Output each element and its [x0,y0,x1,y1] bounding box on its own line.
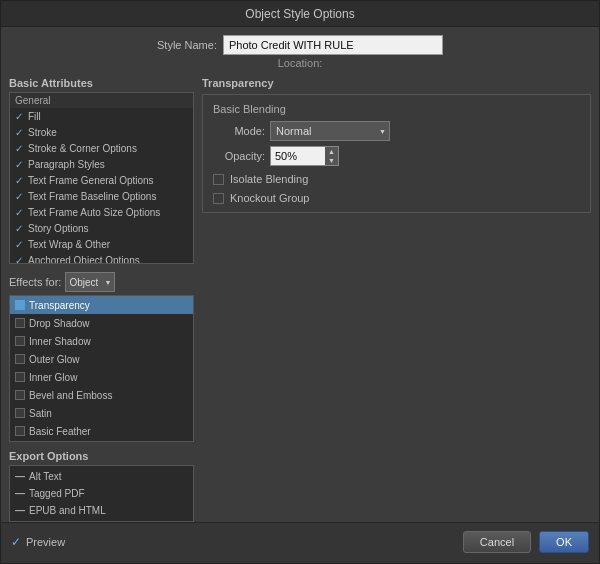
attribute-item[interactable]: ✓Stroke [10,124,193,140]
attr-label: Stroke [28,127,57,138]
attribute-item[interactable]: ✓Stroke & Corner Options [10,140,193,156]
mode-select-wrapper[interactable]: Normal Multiply Screen Overlay [270,121,390,141]
attr-checkmark: ✓ [15,223,25,234]
effects-for-label: Effects for: [9,276,61,288]
effect-checkbox [15,354,25,364]
effect-label: Inner Glow [29,372,77,383]
effect-item[interactable]: Basic Feather [10,422,193,440]
attr-group-label: General [10,93,193,108]
effect-label: Drop Shadow [29,318,90,329]
effects-for-select[interactable]: Object [65,272,115,292]
isolate-blending-row: Isolate Blending [213,173,580,185]
export-dash: — [15,488,25,499]
effect-label: Transparency [29,300,90,311]
effects-for-select-wrapper[interactable]: Object [65,272,115,292]
attribute-item[interactable]: ✓Fill [10,108,193,124]
effect-item[interactable]: Drop Shadow [10,314,193,332]
attr-label: Story Options [28,223,89,234]
opacity-decrement[interactable]: ▼ [325,156,338,165]
effect-item[interactable]: Bevel and Emboss [10,386,193,404]
attribute-item[interactable]: ✓Paragraph Styles [10,156,193,172]
export-dash: — [15,471,25,482]
ok-button[interactable]: OK [539,531,589,553]
effect-item[interactable]: Inner Shadow [10,332,193,350]
attribute-item[interactable]: ✓Anchored Object Options [10,252,193,264]
attr-checkmark: ✓ [15,111,25,122]
effect-label: Bevel and Emboss [29,390,112,401]
export-list: —Alt Text—Tagged PDF—EPUB and HTML [9,465,194,522]
export-label: EPUB and HTML [29,505,106,516]
style-name-row: Style Name: [1,27,599,57]
knockout-group-label: Knockout Group [230,192,310,204]
effect-item[interactable]: Transparency [10,296,193,314]
mode-row: Mode: Normal Multiply Screen Overlay [213,121,580,141]
basic-attributes-title: Basic Attributes [9,77,194,89]
export-label: Alt Text [29,471,62,482]
attr-label: Fill [28,111,41,122]
opacity-increment[interactable]: ▲ [325,147,338,156]
effect-checkbox [15,300,25,310]
opacity-field-wrapper: ▲ ▼ [270,146,339,166]
effect-label: Inner Shadow [29,336,91,347]
attr-label: Text Wrap & Other [28,239,110,250]
location-row: Location: [1,57,599,75]
attr-label: Anchored Object Options [28,255,140,265]
attribute-item[interactable]: ✓Text Frame General Options [10,172,193,188]
attr-checkmark: ✓ [15,239,25,250]
effect-label: Basic Feather [29,426,91,437]
attr-checkmark: ✓ [15,255,25,265]
mode-select[interactable]: Normal Multiply Screen Overlay [270,121,390,141]
attr-checkmark: ✓ [15,207,25,218]
mode-label: Mode: [213,125,265,137]
export-label: Tagged PDF [29,488,85,499]
export-item[interactable]: —Tagged PDF [10,485,193,502]
footer-buttons: Cancel OK [463,531,589,553]
effect-label: Outer Glow [29,354,80,365]
effect-item[interactable]: Inner Glow [10,368,193,386]
attr-checkmark: ✓ [15,127,25,138]
effect-checkbox [15,426,25,436]
effects-for-row: Effects for: Object [9,272,194,292]
attr-label: Stroke & Corner Options [28,143,137,154]
style-name-label: Style Name: [157,39,217,51]
knockout-group-row: Knockout Group [213,192,580,204]
attr-label: Text Frame Baseline Options [28,191,156,202]
export-item[interactable]: —EPUB and HTML [10,502,193,519]
effects-list[interactable]: TransparencyDrop ShadowInner ShadowOuter… [9,295,194,442]
preview-checkmark: ✓ [11,535,21,549]
effect-item[interactable]: Satin [10,404,193,422]
export-section: Export Options —Alt Text—Tagged PDF—EPUB… [9,448,194,522]
effect-checkbox [15,408,25,418]
isolate-blending-label: Isolate Blending [230,173,308,185]
basic-blending-title: Basic Blending [213,103,580,115]
opacity-input[interactable] [270,146,325,166]
style-name-input[interactable] [223,35,443,55]
footer: ✓ Preview Cancel OK [1,522,599,563]
opacity-row: Opacity: ▲ ▼ [213,146,580,166]
location-label: Location: [278,57,323,69]
attribute-item[interactable]: ✓Text Frame Auto Size Options [10,204,193,220]
attr-checkmark: ✓ [15,191,25,202]
isolate-blending-checkbox[interactable] [213,174,224,185]
left-panel: Basic Attributes General ✓Fill✓Stroke✓St… [9,75,194,522]
export-options-title: Export Options [9,450,194,462]
export-item[interactable]: —Alt Text [10,468,193,485]
knockout-group-checkbox[interactable] [213,193,224,204]
attr-checkmark: ✓ [15,175,25,186]
effect-item[interactable]: Outer Glow [10,350,193,368]
dialog-title: Object Style Options [245,7,354,21]
attribute-item[interactable]: ✓Story Options [10,220,193,236]
attribute-item[interactable]: ✓Text Wrap & Other [10,236,193,252]
dialog: Object Style Options Style Name: Locatio… [0,0,600,564]
effect-item[interactable]: Directional Feather [10,440,193,442]
title-bar: Object Style Options [1,1,599,27]
attr-label: Text Frame General Options [28,175,154,186]
cancel-button[interactable]: Cancel [463,531,531,553]
attributes-list[interactable]: General ✓Fill✓Stroke✓Stroke & Corner Opt… [9,92,194,264]
effect-checkbox [15,318,25,328]
attribute-item[interactable]: ✓Text Frame Baseline Options [10,188,193,204]
effect-label: Satin [29,408,52,419]
preview-row: ✓ Preview [11,535,65,549]
main-content: Basic Attributes General ✓Fill✓Stroke✓St… [1,75,599,522]
opacity-stepper[interactable]: ▲ ▼ [325,146,339,166]
